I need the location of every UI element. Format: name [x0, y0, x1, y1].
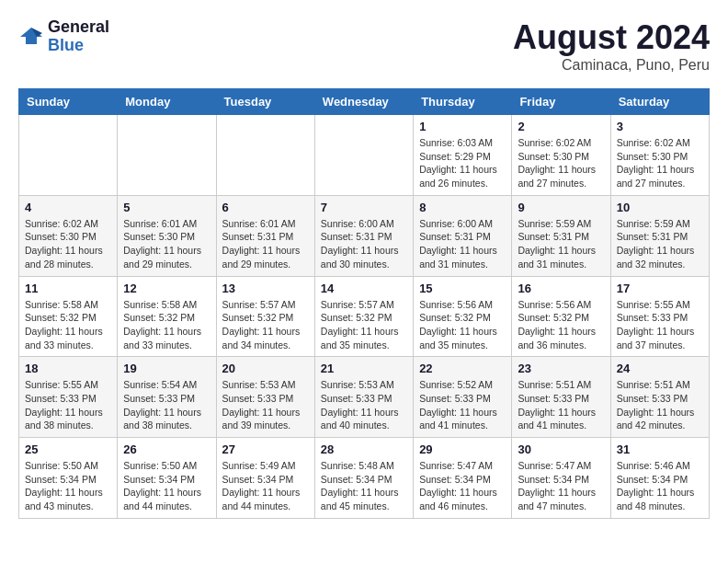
day-info: Sunrise: 5:58 AM Sunset: 5:32 PM Dayligh…: [25, 298, 111, 352]
calendar-day-cell: 18Sunrise: 5:55 AM Sunset: 5:33 PM Dayli…: [19, 357, 118, 438]
day-info: Sunrise: 5:53 AM Sunset: 5:33 PM Dayligh…: [321, 378, 407, 432]
day-info: Sunrise: 6:02 AM Sunset: 5:30 PM Dayligh…: [25, 217, 111, 271]
day-number: 18: [25, 362, 111, 375]
day-info: Sunrise: 5:57 AM Sunset: 5:32 PM Dayligh…: [321, 298, 407, 352]
day-number: 10: [617, 201, 703, 214]
calendar-week-row: 1Sunrise: 6:03 AM Sunset: 5:29 PM Daylig…: [19, 115, 710, 196]
logo-icon: [18, 24, 44, 50]
day-number: 30: [518, 442, 604, 456]
day-number: 15: [419, 282, 506, 295]
day-of-week-header: Tuesday: [216, 89, 314, 115]
day-number: 11: [25, 282, 111, 295]
calendar-day-cell: 10Sunrise: 5:59 AM Sunset: 5:31 PM Dayli…: [610, 195, 709, 276]
page-header: General Blue August 2024 Caminaca, Puno,…: [18, 18, 710, 74]
logo: General Blue: [18, 18, 109, 55]
calendar-day-cell: 28Sunrise: 5:48 AM Sunset: 5:34 PM Dayli…: [314, 438, 413, 519]
calendar-day-cell: 9Sunrise: 5:59 AM Sunset: 5:31 PM Daylig…: [512, 195, 610, 276]
day-number: 31: [617, 442, 703, 456]
day-number: 13: [222, 282, 309, 295]
day-number: 5: [123, 201, 210, 214]
day-number: 3: [617, 120, 703, 133]
day-info: Sunrise: 6:02 AM Sunset: 5:30 PM Dayligh…: [617, 136, 703, 190]
day-number: 24: [617, 362, 703, 375]
calendar-day-cell: 23Sunrise: 5:51 AM Sunset: 5:33 PM Dayli…: [512, 357, 610, 438]
day-info: Sunrise: 5:52 AM Sunset: 5:33 PM Dayligh…: [419, 378, 506, 432]
day-info: Sunrise: 5:56 AM Sunset: 5:32 PM Dayligh…: [518, 298, 604, 352]
day-info: Sunrise: 5:58 AM Sunset: 5:32 PM Dayligh…: [123, 298, 210, 352]
day-number: 4: [25, 201, 111, 214]
calendar-header-row: SundayMondayTuesdayWednesdayThursdayFrid…: [19, 89, 710, 115]
calendar-day-cell: [314, 115, 413, 196]
day-number: 2: [518, 120, 604, 133]
calendar-day-cell: 4Sunrise: 6:02 AM Sunset: 5:30 PM Daylig…: [19, 195, 118, 276]
calendar-day-cell: 14Sunrise: 5:57 AM Sunset: 5:32 PM Dayli…: [314, 276, 413, 357]
day-number: 9: [518, 201, 604, 214]
day-number: 16: [518, 282, 604, 295]
calendar-day-cell: 11Sunrise: 5:58 AM Sunset: 5:32 PM Dayli…: [19, 276, 118, 357]
calendar-day-cell: 20Sunrise: 5:53 AM Sunset: 5:33 PM Dayli…: [216, 357, 314, 438]
calendar-week-row: 25Sunrise: 5:50 AM Sunset: 5:34 PM Dayli…: [19, 438, 710, 519]
calendar-day-cell: 13Sunrise: 5:57 AM Sunset: 5:32 PM Dayli…: [216, 276, 314, 357]
day-number: 23: [518, 362, 604, 375]
day-number: 21: [321, 362, 407, 375]
calendar-day-cell: 21Sunrise: 5:53 AM Sunset: 5:33 PM Dayli…: [314, 357, 413, 438]
calendar-day-cell: [118, 115, 216, 196]
calendar-day-cell: 5Sunrise: 6:01 AM Sunset: 5:30 PM Daylig…: [118, 195, 216, 276]
title-block: August 2024 Caminaca, Puno, Peru: [513, 18, 710, 74]
day-of-week-header: Thursday: [414, 89, 512, 115]
day-number: 14: [321, 282, 407, 295]
calendar-day-cell: 31Sunrise: 5:46 AM Sunset: 5:34 PM Dayli…: [610, 438, 709, 519]
calendar-day-cell: 12Sunrise: 5:58 AM Sunset: 5:32 PM Dayli…: [118, 276, 216, 357]
calendar-table: SundayMondayTuesdayWednesdayThursdayFrid…: [18, 88, 710, 519]
calendar-day-cell: 30Sunrise: 5:47 AM Sunset: 5:34 PM Dayli…: [512, 438, 610, 519]
calendar-day-cell: 7Sunrise: 6:00 AM Sunset: 5:31 PM Daylig…: [314, 195, 413, 276]
calendar-week-row: 4Sunrise: 6:02 AM Sunset: 5:30 PM Daylig…: [19, 195, 710, 276]
calendar-day-cell: 29Sunrise: 5:47 AM Sunset: 5:34 PM Dayli…: [414, 438, 512, 519]
day-number: 20: [222, 362, 309, 375]
calendar-day-cell: 17Sunrise: 5:55 AM Sunset: 5:33 PM Dayli…: [610, 276, 709, 357]
day-info: Sunrise: 5:51 AM Sunset: 5:33 PM Dayligh…: [518, 378, 604, 432]
calendar-day-cell: 26Sunrise: 5:50 AM Sunset: 5:34 PM Dayli…: [118, 438, 216, 519]
calendar-week-row: 11Sunrise: 5:58 AM Sunset: 5:32 PM Dayli…: [19, 276, 710, 357]
day-number: 8: [419, 201, 506, 214]
day-info: Sunrise: 6:03 AM Sunset: 5:29 PM Dayligh…: [419, 136, 506, 190]
calendar-day-cell: 2Sunrise: 6:02 AM Sunset: 5:30 PM Daylig…: [512, 115, 610, 196]
day-info: Sunrise: 5:56 AM Sunset: 5:32 PM Dayligh…: [419, 298, 506, 352]
calendar-week-row: 18Sunrise: 5:55 AM Sunset: 5:33 PM Dayli…: [19, 357, 710, 438]
day-of-week-header: Saturday: [610, 89, 709, 115]
day-info: Sunrise: 5:55 AM Sunset: 5:33 PM Dayligh…: [617, 298, 703, 352]
day-info: Sunrise: 5:49 AM Sunset: 5:34 PM Dayligh…: [222, 459, 309, 513]
day-info: Sunrise: 6:01 AM Sunset: 5:30 PM Dayligh…: [123, 217, 210, 271]
day-number: 26: [123, 442, 210, 456]
calendar-day-cell: 24Sunrise: 5:51 AM Sunset: 5:33 PM Dayli…: [610, 357, 709, 438]
calendar-day-cell: 22Sunrise: 5:52 AM Sunset: 5:33 PM Dayli…: [414, 357, 512, 438]
day-number: 28: [321, 442, 407, 456]
day-of-week-header: Friday: [512, 89, 610, 115]
day-number: 7: [321, 201, 407, 214]
day-of-week-header: Monday: [118, 89, 216, 115]
calendar-day-cell: 3Sunrise: 6:02 AM Sunset: 5:30 PM Daylig…: [610, 115, 709, 196]
logo-line2: Blue: [48, 37, 109, 55]
day-info: Sunrise: 5:54 AM Sunset: 5:33 PM Dayligh…: [123, 378, 210, 432]
calendar-day-cell: 19Sunrise: 5:54 AM Sunset: 5:33 PM Dayli…: [118, 357, 216, 438]
day-info: Sunrise: 6:00 AM Sunset: 5:31 PM Dayligh…: [419, 217, 506, 271]
day-of-week-header: Sunday: [19, 89, 118, 115]
day-number: 19: [123, 362, 210, 375]
day-number: 1: [419, 120, 506, 133]
svg-marker-0: [20, 28, 42, 44]
day-number: 22: [419, 362, 506, 375]
day-info: Sunrise: 5:47 AM Sunset: 5:34 PM Dayligh…: [419, 459, 506, 513]
day-number: 29: [419, 442, 506, 456]
calendar-day-cell: [19, 115, 118, 196]
day-number: 27: [222, 442, 309, 456]
day-number: 12: [123, 282, 210, 295]
day-info: Sunrise: 5:55 AM Sunset: 5:33 PM Dayligh…: [25, 378, 111, 432]
calendar-day-cell: 16Sunrise: 5:56 AM Sunset: 5:32 PM Dayli…: [512, 276, 610, 357]
day-info: Sunrise: 5:57 AM Sunset: 5:32 PM Dayligh…: [222, 298, 309, 352]
day-number: 17: [617, 282, 703, 295]
day-info: Sunrise: 5:47 AM Sunset: 5:34 PM Dayligh…: [518, 459, 604, 513]
day-of-week-header: Wednesday: [314, 89, 413, 115]
day-info: Sunrise: 6:01 AM Sunset: 5:31 PM Dayligh…: [222, 217, 309, 271]
day-info: Sunrise: 5:46 AM Sunset: 5:34 PM Dayligh…: [617, 459, 703, 513]
day-info: Sunrise: 6:02 AM Sunset: 5:30 PM Dayligh…: [518, 136, 604, 190]
